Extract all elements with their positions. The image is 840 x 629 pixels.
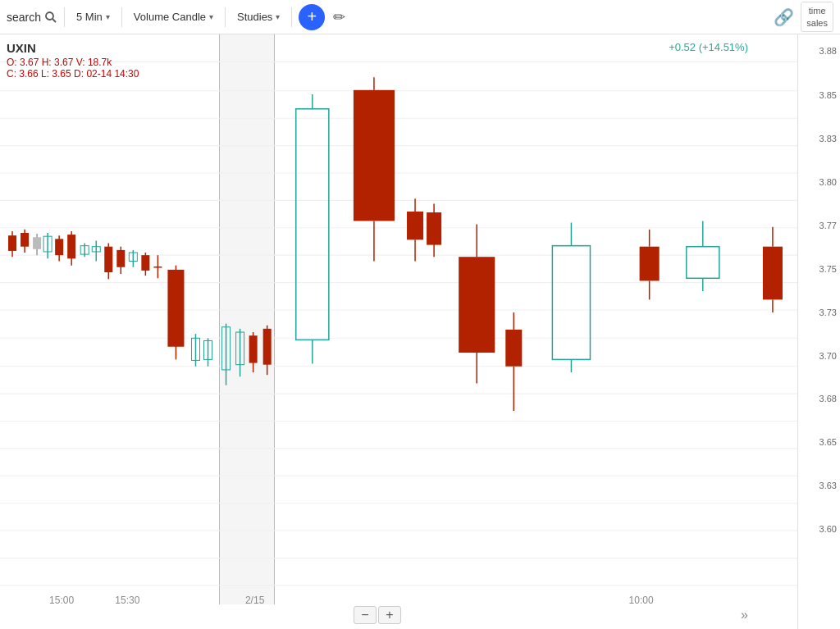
svg-rect-31 [55,239,63,255]
timeframe-chevron: ▾ [106,12,110,21]
toolbar: search 5 Min ▾ Volume Candle ▾ Studies ▾… [0,0,840,34]
svg-rect-23 [8,235,16,251]
search-icon [44,11,57,24]
price-label-368: 3.68 [819,394,837,403]
chart-type-selector[interactable]: Volume Candle ▾ [129,7,218,26]
price-label-380: 3.80 [819,177,837,187]
svg-text:15:00: 15:00 [49,594,74,605]
svg-line-1 [52,19,56,22]
price-axis: 3.88 3.85 3.83 3.80 3.77 3.75 3.73 3.70 … [797,34,840,629]
svg-rect-25 [21,233,29,247]
chart-type-chevron: ▾ [209,12,213,21]
svg-rect-84 [640,247,660,281]
price-label-360: 3.60 [819,524,837,534]
svg-point-0 [46,12,53,20]
svg-rect-45 [141,255,149,271]
plus-icon: + [386,608,393,622]
zoom-out-button[interactable]: − [354,606,377,624]
divider-1 [64,7,65,27]
studies-label: Studies [237,11,272,23]
ticker-info: UXIN O: 3.67 H: 3.67 V: 18.7k C: 3.66 L:… [7,41,139,80]
svg-rect-64 [296,109,329,340]
price-label-377: 3.77 [819,221,837,230]
scroll-right-button[interactable]: » [741,608,748,622]
price-label-383: 3.83 [819,134,837,144]
price-label-375: 3.75 [819,264,837,274]
chart-type-label: Volume Candle [134,11,206,23]
divider-4 [291,7,292,27]
svg-rect-61 [263,329,272,365]
price-label-363: 3.63 [819,481,837,490]
toolbar-right: 🔗 timesales [774,2,833,32]
svg-rect-78 [505,330,522,367]
svg-rect-39 [104,247,112,272]
zoom-in-button[interactable]: + [378,606,401,624]
svg-rect-59 [249,335,258,362]
search-label: search [7,11,41,24]
svg-rect-75 [459,257,495,353]
divider-3 [225,7,226,27]
svg-rect-81 [552,246,590,360]
svg-rect-41 [116,250,125,267]
price-label-385: 3.85 [819,90,837,100]
svg-rect-72 [427,212,441,245]
divider-2 [121,7,122,27]
price-label-388: 3.88 [819,46,837,56]
chart-main[interactable]: UXIN O: 3.67 H: 3.67 V: 18.7k C: 3.66 L:… [0,34,797,629]
chevrons-right-icon: » [741,608,748,622]
chart-container: UXIN O: 3.67 H: 3.67 V: 18.7k C: 3.66 L:… [0,34,840,629]
svg-rect-33 [67,235,75,258]
time-sales-label: timesales [806,6,828,27]
svg-rect-27 [33,237,41,249]
time-sales-button[interactable]: timesales [801,2,833,32]
candle-chart: 15:00 15:30 2/15 10:00 [0,34,797,629]
svg-rect-70 [407,212,423,239]
add-icon: + [308,7,317,26]
add-study-button[interactable]: + [299,4,325,30]
draw-tool-button[interactable]: ✏ [328,5,350,30]
link-icon[interactable]: 🔗 [774,7,794,27]
ticker-change: +0.52 (+14.51%) [669,41,748,53]
price-label-365: 3.65 [819,437,837,447]
ticker-ohlv: O: 3.67 H: 3.67 V: 18.7k [7,57,139,68]
svg-rect-87 [687,247,719,279]
studies-selector[interactable]: Studies ▾ [232,7,285,26]
svg-rect-90 [763,247,783,300]
svg-text:10:00: 10:00 [629,594,654,605]
svg-rect-67 [354,90,395,221]
timeframe-selector[interactable]: 5 Min ▾ [71,7,115,26]
minus-icon: − [361,608,368,622]
studies-chevron: ▾ [276,12,280,21]
svg-rect-49 [167,270,184,347]
svg-text:15:30: 15:30 [115,594,139,605]
timeframe-label: 5 Min [76,11,103,23]
bottom-controls: − + » [0,606,755,624]
price-label-373: 3.73 [819,308,837,317]
ticker-close: C: 3.66 L: 3.65 D: 02-14 14:30 [7,68,139,80]
price-label-370: 3.70 [819,351,837,361]
svg-text:2/15: 2/15 [245,594,265,605]
ticker-symbol: UXIN [7,41,139,55]
search-button[interactable]: search [7,11,57,24]
